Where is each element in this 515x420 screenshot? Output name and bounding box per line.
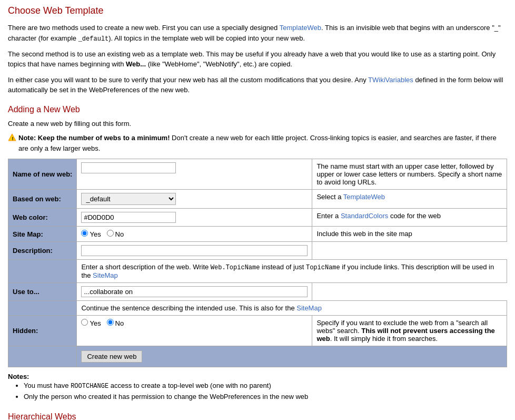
based-select-cell: _default Main Sandbox TWiki (77, 190, 312, 209)
form-intro: Create a new web by filling out this for… (8, 119, 507, 129)
useto-input-cell: ...collaborate on (77, 283, 312, 301)
notes-label: Notes: (8, 373, 29, 380)
description-input-cell (77, 242, 312, 260)
color-input-cell: #D0D0D0 (77, 209, 312, 227)
useto-input[interactable]: ...collaborate on (81, 286, 308, 297)
page-title: Choose Web Template (8, 5, 507, 16)
description-row: Description: (8, 242, 507, 260)
intro-text5: (like "WebHome", "WebNotify", etc.) are … (146, 60, 292, 68)
intro-text6: In either case you will want to be sure … (8, 76, 368, 84)
intro-para1: There are two methods used to create a n… (8, 23, 507, 44)
hierarchical-section-title: Hierarchical Webs (8, 412, 507, 420)
description-label: Description: (8, 242, 77, 260)
desc-code2: TopicName (306, 264, 340, 271)
useto-sublabel (8, 301, 77, 316)
default-code: _default (78, 35, 109, 43)
color-desc-text1: Enter a (316, 212, 341, 220)
intro-para2: The second method is to use an existing … (8, 49, 507, 70)
name-input[interactable] (81, 162, 176, 173)
sitemap-no-radio[interactable] (107, 230, 114, 237)
color-input[interactable]: #D0D0D0 (81, 212, 176, 223)
based-label: Based on web: (8, 190, 77, 209)
sitemap-link-useto[interactable]: SiteMap (296, 304, 322, 312)
svg-text:!: ! (12, 136, 14, 141)
button-row: Create new web (8, 346, 507, 367)
intro-para3: In either case you will want to be sure … (8, 75, 507, 95)
hidden-yes-radio[interactable] (81, 319, 88, 326)
intro-text1: There are two methods used to create a n… (8, 24, 280, 32)
hidden-no-label[interactable]: No (107, 319, 124, 327)
sitemap-no-text: No (115, 230, 124, 238)
hidden-yes-label[interactable]: Yes (81, 319, 103, 327)
note-text: Note: Keep the number of webs to a minim… (18, 133, 507, 153)
name-input-cell (77, 159, 312, 190)
description-help-cell: Enter a short description of the web. Wr… (77, 260, 507, 283)
adding-section-title: Adding a New Web (8, 105, 507, 114)
intro-bold1: Web... (126, 60, 146, 68)
sitemap-no-label[interactable]: No (107, 230, 124, 238)
button-action-cell: Create new web (77, 346, 507, 367)
sitemap-yes-text: Yes (90, 230, 101, 238)
name-row: Name of new web: The name must start wit… (8, 159, 507, 190)
useto-help-text: Continue the sentence describing the int… (81, 304, 296, 312)
twikivariables-link[interactable]: TWikiVariables (368, 76, 413, 84)
desc-help-text2: instead of just (260, 263, 305, 271)
name-desc-cell: The name must start with an upper case l… (312, 159, 507, 190)
templateweb-link1[interactable]: TemplateWeb (280, 24, 321, 32)
hidden-yes-text: Yes (90, 319, 101, 327)
warning-icon: ! (8, 133, 16, 142)
intro-text3: ). All topics in the template web will b… (108, 34, 305, 42)
list-item: Only the person who created it has permi… (24, 392, 507, 403)
based-row: Based on web: _default Main Sandbox TWik… (8, 190, 507, 209)
sitemap-desc-cell: Include this web in the site map (312, 227, 507, 242)
desc-help-text1: Enter a short description of the web. Wr… (81, 263, 210, 271)
sitemap-label: Site Map: (8, 227, 77, 242)
sitemap-row: Site Map: Yes No Include this web in the… (8, 227, 507, 242)
hidden-no-radio[interactable] (107, 319, 114, 326)
hidden-desc-text2: . It will simply hide it from searches. (330, 335, 438, 343)
sitemap-options-cell: Yes No (77, 227, 312, 242)
color-row: Web color: #D0D0D0 Enter a StandardColor… (8, 209, 507, 227)
description-subrow: Enter a short description of the web. Wr… (8, 260, 507, 283)
color-desc-text2: code for the web (388, 212, 441, 220)
useto-help-cell: Continue the sentence describing the int… (77, 301, 507, 316)
list-item: You must have ROOTCHANGE access to creat… (24, 380, 507, 392)
useto-label: Use to... (8, 283, 77, 301)
hidden-row: Hidden: Yes No Specify if you want to ex… (8, 316, 507, 346)
hidden-desc-cell: Specify if you want to exclude the web f… (312, 316, 507, 346)
desc-code1: Web.TopicName (211, 264, 260, 271)
sitemap-link-desc[interactable]: SiteMap (93, 271, 118, 279)
hidden-no-text: No (115, 319, 124, 327)
useto-subrow: Continue the sentence describing the int… (8, 301, 507, 316)
hidden-options-cell: Yes No (77, 316, 312, 346)
note-block: ! Note: Keep the number of webs to a min… (8, 133, 507, 153)
standardcolors-link[interactable]: StandardColors (341, 212, 388, 220)
useto-row: Use to... ...collaborate on (8, 283, 507, 301)
based-desc-text: Select a (316, 193, 343, 201)
notes-list: You must have ROOTCHANGE access to creat… (24, 380, 507, 403)
templateweb-link2[interactable]: TemplateWeb (343, 193, 385, 201)
based-desc-cell: Select a TemplateWeb (312, 190, 507, 209)
sitemap-yes-radio[interactable] (81, 230, 88, 237)
based-select[interactable]: _default Main Sandbox TWiki (81, 193, 176, 205)
color-label: Web color: (8, 209, 77, 227)
button-label-cell (8, 346, 77, 367)
create-web-button[interactable]: Create new web (81, 350, 142, 363)
description-sublabel (8, 260, 77, 283)
web-form: Name of new web: The name must start wit… (8, 159, 507, 367)
color-desc-cell: Enter a StandardColors code for the web (312, 209, 507, 227)
description-input[interactable] (81, 245, 308, 256)
name-label: Name of new web: (8, 159, 77, 190)
sitemap-yes-label[interactable]: Yes (81, 230, 103, 238)
notes-section: Notes: You must have ROOTCHANGE access t… (8, 373, 507, 403)
note-bold: Note: Keep the number of webs to a minim… (18, 134, 170, 142)
hidden-label: Hidden: (8, 316, 77, 346)
